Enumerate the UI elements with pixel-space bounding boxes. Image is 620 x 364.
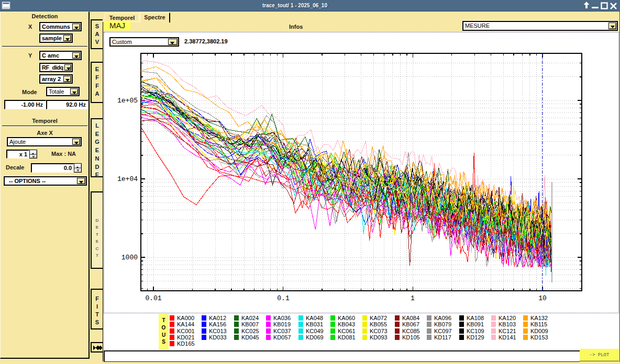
svg-text:0.1: 0.1 [277, 294, 290, 302]
svg-text:0.01: 0.01 [145, 294, 161, 302]
svg-text:10: 10 [538, 294, 547, 302]
svg-text:1e+04: 1e+04 [117, 175, 138, 183]
svg-text:1: 1 [411, 294, 415, 302]
svg-text:1e+05: 1e+05 [117, 97, 138, 105]
svg-text:1000: 1000 [121, 254, 138, 261]
